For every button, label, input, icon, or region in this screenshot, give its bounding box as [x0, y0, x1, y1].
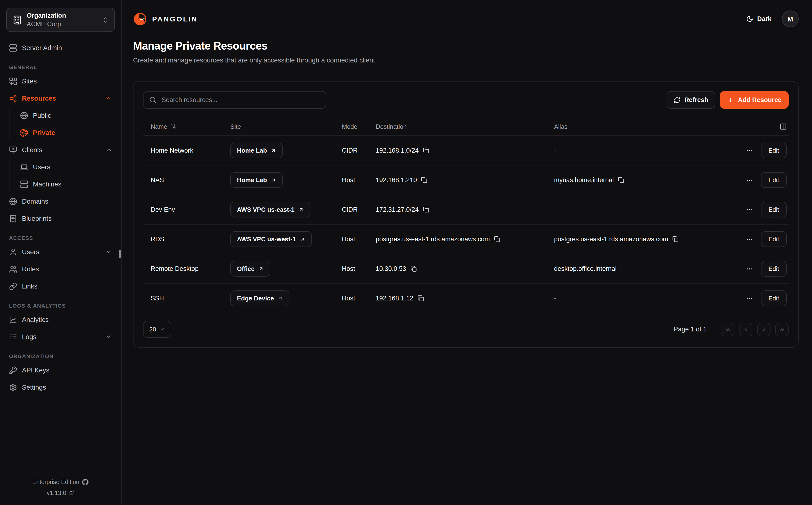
sidebar-item-roles[interactable]: Roles — [6, 261, 115, 277]
chevron-down-icon — [106, 333, 112, 340]
next-page-button[interactable] — [757, 323, 771, 336]
section-logs-analytics: LOGS & ANALYTICS — [6, 303, 115, 309]
search-input[interactable] — [161, 96, 320, 104]
previous-page-button[interactable] — [739, 323, 752, 336]
sidebar-item-clients[interactable]: Clients — [6, 142, 115, 158]
resource-alias: - — [554, 147, 556, 154]
edit-button[interactable]: Edit — [761, 143, 787, 158]
resource-mode: CIDR — [342, 147, 376, 154]
sidebar-item-label: Resources — [22, 95, 56, 102]
sidebar-item-machines[interactable]: Machines — [17, 176, 115, 192]
sidebar-item-analytics[interactable]: Analytics — [6, 311, 115, 328]
row-menu-button[interactable] — [745, 146, 754, 155]
pagination: Page 1 of 1 — [674, 323, 789, 336]
copy-destination-button[interactable] — [418, 295, 424, 301]
site-link-button[interactable]: Edge Device — [230, 291, 290, 306]
table-row: Remote Desktop Office Host 10.30.0.53 de… — [143, 254, 789, 284]
edit-button[interactable]: Edit — [761, 291, 787, 306]
row-menu-button[interactable] — [745, 264, 754, 274]
server-icon — [20, 180, 28, 188]
sidebar-item-links[interactable]: Links — [6, 278, 115, 294]
topbar-right: Dark M — [746, 10, 799, 27]
column-header-mode: Mode — [342, 123, 376, 130]
table-row: RDS AWS VPC us-west-1 Host postgres.us-e… — [143, 224, 789, 254]
copy-destination-button[interactable] — [423, 147, 429, 154]
resource-mode: Host — [342, 235, 376, 243]
column-header-destination: Destination — [376, 123, 554, 130]
sidebar-item-label: Public — [33, 112, 51, 119]
table-toolbar: Refresh Add Resource — [143, 91, 789, 109]
theme-toggle[interactable]: Dark — [746, 15, 772, 22]
search-box — [143, 91, 326, 109]
copy-alias-button[interactable] — [618, 177, 624, 183]
sidebar-item-server-admin[interactable]: Server Admin — [6, 40, 115, 56]
site-link-button[interactable]: Office — [230, 261, 270, 277]
copy-icon — [411, 266, 417, 272]
sidebar-item-domains[interactable]: Domains — [6, 193, 115, 209]
globe-lock-icon — [20, 129, 28, 137]
globe-icon — [20, 111, 28, 120]
row-menu-button[interactable] — [745, 175, 754, 185]
avatar[interactable]: M — [782, 10, 799, 27]
laptop-icon — [20, 163, 28, 171]
edit-button[interactable]: Edit — [761, 172, 787, 188]
version-link[interactable]: v1.13.0 — [6, 488, 115, 498]
site-link-button[interactable]: AWS VPC us-west-1 — [230, 231, 312, 247]
copy-destination-button[interactable] — [494, 236, 500, 242]
table-footer: 20 Page 1 of 1 — [143, 321, 789, 338]
edit-button[interactable]: Edit — [761, 202, 787, 217]
sidebar-item-api-keys[interactable]: API Keys — [6, 362, 115, 378]
chevron-up-icon — [106, 146, 112, 153]
copy-alias-button[interactable] — [672, 236, 679, 242]
sidebar-item-sites[interactable]: Sites — [6, 73, 115, 89]
column-header-name[interactable]: Name — [143, 123, 230, 130]
sidebar-item-label: Roles — [22, 265, 39, 273]
sidebar: Organization ACME Corp. Server Admin GEN… — [0, 0, 122, 505]
resource-alias: - — [554, 295, 556, 302]
sidebar-scrollbar-thumb[interactable] — [119, 250, 121, 258]
arrow-up-right-icon — [271, 177, 276, 183]
page-title: Manage Private Resources — [133, 40, 799, 52]
site-link-button[interactable]: Home Lab — [230, 172, 283, 188]
sidebar-item-resources[interactable]: Resources — [6, 90, 115, 106]
edition-link[interactable]: Enterprise Edition — [6, 477, 115, 488]
user-icon — [9, 248, 17, 256]
add-resource-button[interactable]: Add Resource — [720, 91, 789, 109]
row-menu-button[interactable] — [745, 205, 754, 214]
table-row: Dev Env AWS VPC us-east-1 CIDR 172.31.27… — [143, 195, 789, 224]
sidebar-item-settings[interactable]: Settings — [6, 379, 115, 395]
copy-destination-button[interactable] — [423, 206, 429, 213]
refresh-button[interactable]: Refresh — [666, 91, 716, 109]
sidebar-item-users[interactable]: Users — [6, 244, 115, 260]
edit-button[interactable]: Edit — [761, 261, 787, 277]
row-menu-button[interactable] — [745, 234, 754, 244]
org-selector[interactable]: Organization ACME Corp. — [6, 8, 115, 32]
sidebar-item-label: Logs — [22, 333, 36, 340]
copy-icon — [494, 236, 500, 242]
column-visibility-button[interactable] — [732, 123, 789, 130]
sidebar-item-logs[interactable]: Logs — [6, 329, 115, 345]
copy-icon — [423, 147, 429, 154]
columns-icon — [780, 123, 787, 130]
edit-button[interactable]: Edit — [761, 231, 787, 247]
sidebar-item-client-users[interactable]: Users — [17, 159, 115, 175]
copy-destination-button[interactable] — [411, 266, 417, 272]
row-menu-button[interactable] — [745, 294, 754, 303]
pagination-buttons — [721, 323, 789, 336]
sidebar-item-label: Links — [22, 282, 37, 290]
sidebar-item-blueprints[interactable]: Blueprints — [6, 210, 115, 226]
resource-name: RDS — [143, 235, 230, 243]
last-page-button[interactable] — [775, 323, 789, 336]
site-link-button[interactable]: Home Lab — [230, 143, 283, 158]
resource-destination: 172.31.27.0/24 — [376, 206, 419, 213]
first-page-button[interactable] — [721, 323, 734, 336]
sidebar-item-private[interactable]: Private — [17, 125, 115, 141]
copy-icon — [423, 206, 429, 213]
resource-alias: postgres.us-east-1.rds.amazonaws.com — [554, 235, 668, 243]
ellipsis-icon — [746, 235, 753, 243]
copy-destination-button[interactable] — [421, 177, 427, 183]
sidebar-item-public[interactable]: Public — [17, 107, 115, 124]
site-link-button[interactable]: AWS VPC us-east-1 — [230, 202, 310, 217]
column-header-site: Site — [230, 123, 342, 130]
page-size-select[interactable]: 20 — [143, 321, 171, 338]
